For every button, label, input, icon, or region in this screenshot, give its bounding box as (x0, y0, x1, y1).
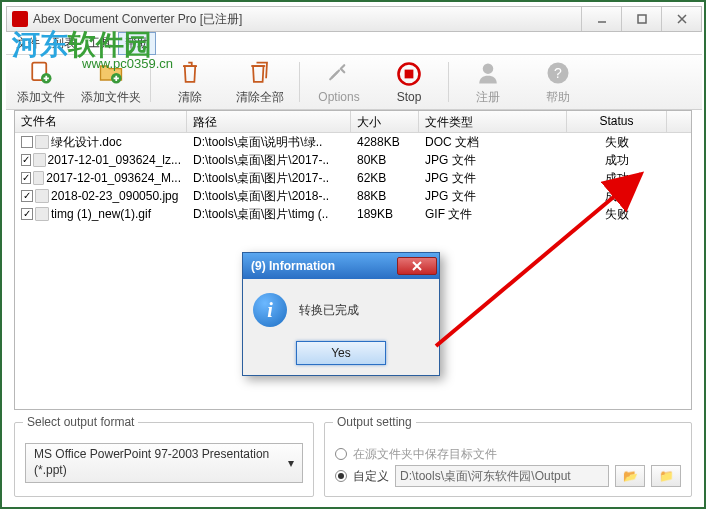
dialog-close-button[interactable] (397, 257, 437, 275)
row-checkbox[interactable]: ✓ (21, 208, 33, 220)
file-icon (35, 207, 49, 221)
svg-text:?: ? (554, 65, 562, 81)
cell-path: D:\tools\桌面\说明书\绿.. (187, 134, 351, 151)
options-label: Options (304, 90, 374, 104)
cell-status: 失败 (567, 134, 667, 151)
help-label: 帮助 (523, 89, 593, 106)
stop-button[interactable]: Stop (374, 60, 444, 104)
save-in-source-radio[interactable]: 在源文件夹中保存目标文件 (335, 443, 681, 465)
file-icon (35, 135, 49, 149)
cell-path: D:\tools\桌面\图片\2018-.. (187, 188, 351, 205)
cell-size: 189KB (351, 207, 419, 221)
custom-path-label: 自定义 (353, 468, 389, 485)
close-button[interactable] (661, 7, 701, 31)
maximize-button[interactable] (621, 7, 661, 31)
cell-size: 62KB (351, 171, 419, 185)
options-button[interactable]: Options (304, 60, 374, 104)
add-file-button[interactable]: 添加文件 (6, 59, 76, 106)
col-name[interactable]: 文件名 (15, 111, 187, 132)
menu-tools[interactable]: 工具 (82, 33, 118, 54)
output-format-combo[interactable]: MS Office PowerPoint 97-2003 Presentatio… (25, 443, 303, 483)
help-button[interactable]: ? 帮助 (523, 59, 593, 106)
output-format-panel: Select output format MS Office PowerPoin… (14, 422, 314, 497)
cell-type: GIF 文件 (419, 206, 567, 223)
register-button[interactable]: 注册 (453, 59, 523, 106)
cell-path: D:\tools\桌面\图片\2017-.. (187, 152, 351, 169)
menubar: 文件 列表 工具 帮助 (6, 32, 702, 54)
row-checkbox[interactable] (21, 136, 33, 148)
cell-name: 2017-12-01_093624_M... (46, 171, 181, 185)
watermark-url: www.pc0359.cn (82, 56, 173, 71)
chevron-down-icon: ▾ (288, 456, 294, 470)
cell-status: 成功 (567, 152, 667, 169)
svg-rect-0 (638, 15, 646, 23)
cell-status: 失败 (567, 206, 667, 223)
clear-label: 清除 (155, 89, 225, 106)
file-icon (33, 171, 44, 185)
add-file-label: 添加文件 (6, 89, 76, 106)
cell-path: D:\tools\桌面\图片\2017-.. (187, 170, 351, 187)
minimize-button[interactable] (581, 7, 621, 31)
output-format-value: MS Office PowerPoint 97-2003 Presentatio… (34, 447, 294, 478)
cell-name: 绿化设计.doc (51, 134, 122, 151)
cell-status: 成功 (567, 188, 667, 205)
cell-name: 2018-02-23_090050.jpg (51, 189, 178, 203)
table-row[interactable]: 绿化设计.docD:\tools\桌面\说明书\绿..4288KBDOC 文档失… (15, 133, 691, 151)
cell-type: JPG 文件 (419, 170, 567, 187)
dialog-message: 转换已完成 (299, 302, 359, 319)
open-folder-button[interactable]: 📂 (615, 465, 645, 487)
cell-path: D:\tools\桌面\图片\timg (.. (187, 206, 351, 223)
file-icon (35, 189, 49, 203)
table-row[interactable]: ✓2017-12-01_093624_lz...D:\tools\桌面\图片\2… (15, 151, 691, 169)
file-icon (33, 153, 45, 167)
register-label: 注册 (453, 89, 523, 106)
table-row[interactable]: ✓timg (1)_new(1).gifD:\tools\桌面\图片\timg … (15, 205, 691, 223)
cell-type: JPG 文件 (419, 152, 567, 169)
table-row[interactable]: ✓2018-02-23_090050.jpgD:\tools\桌面\图片\201… (15, 187, 691, 205)
cell-type: DOC 文档 (419, 134, 567, 151)
cell-size: 88KB (351, 189, 419, 203)
menu-help[interactable]: 帮助 (118, 32, 156, 55)
titlebar: Abex Document Converter Pro [已注册] (6, 6, 702, 32)
app-icon (12, 11, 28, 27)
info-dialog: (9) Information i 转换已完成 Yes (242, 252, 440, 376)
cell-status: 成功 (567, 170, 667, 187)
col-path[interactable]: 路径 (187, 111, 351, 132)
cell-size: 80KB (351, 153, 419, 167)
menu-file[interactable]: 文件 (10, 33, 46, 54)
row-checkbox[interactable]: ✓ (21, 154, 31, 166)
cell-type: JPG 文件 (419, 188, 567, 205)
col-status[interactable]: Status (567, 111, 667, 132)
menu-list[interactable]: 列表 (46, 33, 82, 54)
custom-path-radio[interactable]: 自定义 📂 📁 (335, 465, 681, 487)
output-setting-legend: Output setting (333, 415, 416, 429)
row-checkbox[interactable]: ✓ (21, 190, 33, 202)
col-type[interactable]: 文件类型 (419, 111, 567, 132)
row-checkbox[interactable]: ✓ (21, 172, 31, 184)
clear-all-label: 清除全部 (225, 89, 295, 106)
add-folder-label: 添加文件夹 (76, 89, 146, 106)
dialog-yes-button[interactable]: Yes (296, 341, 386, 365)
save-in-source-label: 在源文件夹中保存目标文件 (353, 446, 497, 463)
window-title: Abex Document Converter Pro [已注册] (33, 11, 581, 28)
browse-folder-button[interactable]: 📁 (651, 465, 681, 487)
svg-rect-5 (405, 70, 414, 79)
clear-all-button[interactable]: 清除全部 (225, 59, 295, 106)
stop-label: Stop (374, 90, 444, 104)
cell-name: 2017-12-01_093624_lz... (48, 153, 181, 167)
cell-name: timg (1)_new(1).gif (51, 207, 151, 221)
svg-point-6 (483, 63, 494, 74)
output-path-input[interactable] (395, 465, 609, 487)
dialog-title: (9) Information (245, 259, 397, 273)
output-format-legend: Select output format (23, 415, 138, 429)
info-icon: i (253, 293, 287, 327)
cell-size: 4288KB (351, 135, 419, 149)
col-size[interactable]: 大小 (351, 111, 419, 132)
table-row[interactable]: ✓2017-12-01_093624_M...D:\tools\桌面\图片\20… (15, 169, 691, 187)
output-setting-panel: Output setting 在源文件夹中保存目标文件 自定义 📂 📁 (324, 422, 692, 497)
